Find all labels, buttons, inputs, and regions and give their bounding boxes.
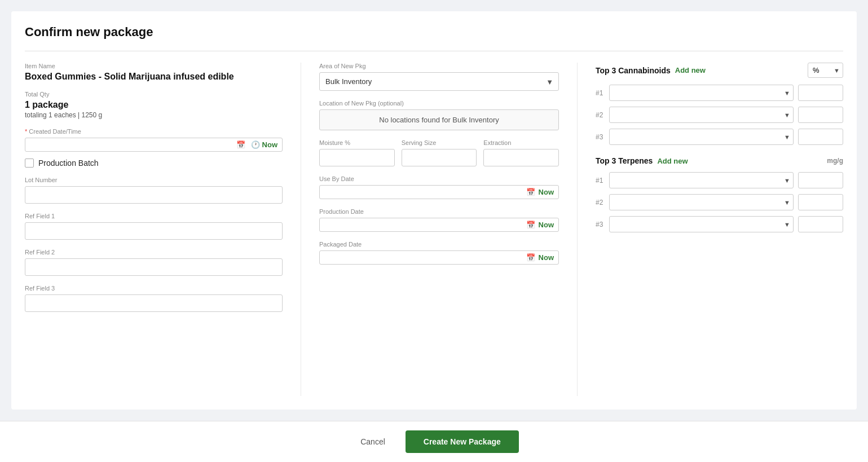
ref-field-1-section: Ref Field 1 bbox=[25, 213, 283, 240]
item-name-value: Boxed Gummies - Solid Marijuana infused … bbox=[25, 72, 283, 82]
terpene-2-select-wrap: ▼ bbox=[609, 194, 794, 210]
cannabinoid-3-select-wrap: ▼ bbox=[609, 129, 794, 145]
footer: Cancel Create New Package bbox=[0, 421, 868, 462]
moisture-field: Moisture % bbox=[319, 139, 395, 166]
lot-number-section: Lot Number bbox=[25, 177, 283, 204]
moisture-label: Moisture % bbox=[319, 139, 395, 146]
terpene-3-select-wrap: ▼ bbox=[609, 216, 794, 232]
created-date-wrapper: 📅 🕐 Now bbox=[25, 138, 283, 152]
terpene-2-select[interactable] bbox=[609, 194, 794, 210]
terpene-2-value[interactable] bbox=[798, 194, 843, 210]
page-title: Confirm new package bbox=[25, 25, 843, 39]
use-by-date-wrapper: 📅 Now bbox=[319, 185, 559, 199]
ref-field-2-input[interactable] bbox=[25, 258, 283, 276]
extraction-field: Extraction bbox=[483, 139, 559, 166]
terpene-1-select-wrap: ▼ bbox=[609, 172, 794, 188]
production-batch-checkbox[interactable] bbox=[25, 159, 34, 168]
add-new-cannabinoid-link[interactable]: Add new bbox=[675, 66, 706, 74]
location-field: Location of New Pkg (optional) No locati… bbox=[319, 100, 559, 130]
packaged-date-field: Packaged Date 📅 Now bbox=[319, 241, 559, 265]
created-date-now-link[interactable]: Now bbox=[262, 140, 277, 149]
col-right: Top 3 Cannabinoids Add new % mg/g ▼ #1 bbox=[578, 63, 843, 396]
terpenes-title: Top 3 Terpenes bbox=[596, 156, 653, 165]
extraction-input[interactable] bbox=[483, 149, 559, 166]
total-qty-value: 1 package bbox=[25, 100, 283, 110]
created-date-section: Created Date/Time 📅 🕐 Now bbox=[25, 128, 283, 152]
cannabinoid-1-select[interactable] bbox=[609, 85, 794, 101]
terpenes-unit-label: mg/g bbox=[827, 157, 843, 165]
production-date-wrapper: 📅 Now bbox=[319, 218, 559, 232]
cannabinoid-1-num: #1 bbox=[596, 89, 609, 97]
cannabinoid-row-1: #1 ▼ bbox=[596, 85, 843, 101]
col-middle: Area of New Pkg Bulk Inventory ▼ Locatio… bbox=[301, 63, 578, 396]
packaged-date-wrapper: 📅 Now bbox=[319, 250, 559, 265]
cannabinoids-header: Top 3 Cannabinoids Add new % mg/g ▼ bbox=[596, 63, 843, 78]
divider bbox=[25, 51, 843, 51]
cannabinoid-2-num: #2 bbox=[596, 111, 609, 119]
terpene-3-value[interactable] bbox=[798, 216, 843, 232]
created-date-label: Created Date/Time bbox=[25, 128, 283, 135]
clock-icon[interactable]: 🕐 bbox=[251, 140, 260, 149]
use-by-date-input[interactable] bbox=[324, 188, 526, 196]
terpene-1-num: #1 bbox=[596, 177, 609, 184]
ref-field-3-label: Ref Field 3 bbox=[25, 285, 283, 292]
form-body: Item Name Boxed Gummies - Solid Marijuan… bbox=[25, 63, 843, 396]
terpene-1-select[interactable] bbox=[609, 172, 794, 188]
terpene-row-3: #3 ▼ bbox=[596, 216, 843, 232]
total-qty-label: Total Qty bbox=[25, 91, 283, 98]
cannabinoid-1-select-wrap: ▼ bbox=[609, 85, 794, 101]
item-name-section: Item Name Boxed Gummies - Solid Marijuan… bbox=[25, 63, 283, 82]
cannabinoid-row-3: #3 ▼ bbox=[596, 129, 843, 145]
form-card: Confirm new package Item Name Boxed Gumm… bbox=[11, 11, 857, 410]
use-by-now-link[interactable]: Now bbox=[539, 188, 554, 196]
terpenes-section: Top 3 Terpenes Add new mg/g #1 ▼ #2 bbox=[596, 156, 843, 232]
moisture-input[interactable] bbox=[319, 149, 395, 166]
area-label: Area of New Pkg bbox=[319, 63, 559, 69]
terpene-3-select[interactable] bbox=[609, 216, 794, 232]
production-batch-label: Production Batch bbox=[38, 159, 99, 168]
page-container: Confirm new package Item Name Boxed Gumm… bbox=[0, 0, 868, 462]
terpene-2-num: #2 bbox=[596, 199, 609, 206]
area-field: Area of New Pkg Bulk Inventory ▼ bbox=[319, 63, 559, 91]
lot-number-input[interactable] bbox=[25, 186, 283, 204]
cancel-button[interactable]: Cancel bbox=[349, 432, 396, 452]
create-package-button[interactable]: Create New Package bbox=[406, 430, 519, 453]
terpene-row-2: #2 ▼ bbox=[596, 194, 843, 210]
item-name-label: Item Name bbox=[25, 63, 283, 69]
serving-size-input[interactable] bbox=[402, 149, 477, 166]
production-calendar-icon[interactable]: 📅 bbox=[526, 221, 535, 229]
moisture-serving-extraction-row: Moisture % Serving Size Extraction bbox=[319, 139, 559, 166]
created-date-input[interactable] bbox=[30, 140, 236, 149]
cannabinoid-3-value[interactable] bbox=[798, 129, 843, 145]
serving-size-label: Serving Size bbox=[402, 139, 477, 146]
location-label: Location of New Pkg (optional) bbox=[319, 100, 559, 107]
use-by-date-label: Use By Date bbox=[319, 175, 559, 182]
production-date-input[interactable] bbox=[324, 221, 526, 229]
serving-size-field: Serving Size bbox=[402, 139, 477, 166]
total-qty-section: Total Qty 1 package totaling 1 eaches | … bbox=[25, 91, 283, 119]
terpene-1-value[interactable] bbox=[798, 172, 843, 188]
lot-number-label: Lot Number bbox=[25, 177, 283, 183]
cannabinoid-row-2: #2 ▼ bbox=[596, 107, 843, 123]
packaged-date-input[interactable] bbox=[324, 253, 526, 262]
ref-field-3-input[interactable] bbox=[25, 294, 283, 312]
cannabinoid-unit-select[interactable]: % mg/g bbox=[808, 63, 843, 78]
cannabinoid-3-num: #3 bbox=[596, 133, 609, 141]
area-select[interactable]: Bulk Inventory bbox=[319, 72, 559, 91]
add-new-terpene-link[interactable]: Add new bbox=[657, 157, 688, 165]
use-by-date-field: Use By Date 📅 Now bbox=[319, 175, 559, 199]
production-batch-row: Production Batch bbox=[25, 159, 283, 168]
production-date-field: Production Date 📅 Now bbox=[319, 208, 559, 232]
terpenes-header: Top 3 Terpenes Add new mg/g bbox=[596, 156, 843, 165]
ref-field-1-input[interactable] bbox=[25, 222, 283, 240]
production-now-link[interactable]: Now bbox=[539, 221, 554, 229]
packaged-now-link[interactable]: Now bbox=[539, 253, 554, 262]
cannabinoid-2-value[interactable] bbox=[798, 107, 843, 123]
cannabinoid-2-select[interactable] bbox=[609, 107, 794, 123]
cannabinoid-1-value[interactable] bbox=[798, 85, 843, 101]
packaged-calendar-icon[interactable]: 📅 bbox=[526, 253, 535, 262]
cannabinoid-3-select[interactable] bbox=[609, 129, 794, 145]
calendar-icon[interactable]: 📅 bbox=[236, 140, 245, 149]
use-by-calendar-icon[interactable]: 📅 bbox=[526, 188, 535, 196]
ref-field-2-label: Ref Field 2 bbox=[25, 249, 283, 256]
